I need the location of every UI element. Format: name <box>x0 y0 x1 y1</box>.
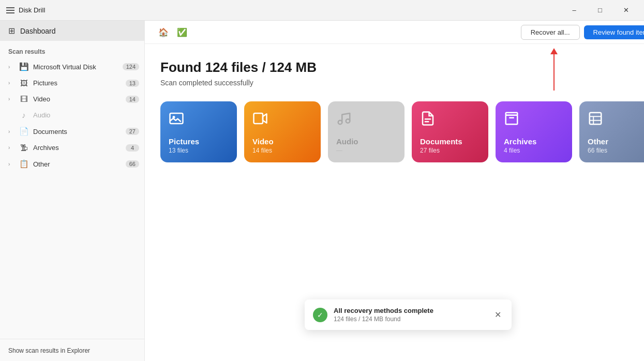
sidebar-label-virtual-disk: Microsoft Virtual Disk <box>33 63 118 71</box>
sidebar-item-documents[interactable]: › 📄 Documents 27 <box>0 123 144 140</box>
toast-close-button[interactable]: ✕ <box>492 310 503 320</box>
sidebar-label-documents: Documents <box>33 128 122 136</box>
chevron-icon: › <box>8 161 14 167</box>
toolbar-left: 🏠 ✅ <box>155 24 187 40</box>
pictures-card-text: Pictures 13 files <box>169 137 199 154</box>
sidebar-item-audio: ♪ Audio <box>0 107 144 123</box>
top-toolbar: 🏠 ✅ Recover all... Review found items <box>145 21 644 44</box>
sidebar-label-pictures: Pictures <box>33 79 122 87</box>
found-subtitle: Scan completed successfully <box>160 79 644 87</box>
pictures-card-count: 13 files <box>169 147 199 154</box>
archives-card-icon <box>504 111 519 130</box>
hamburger-menu-icon[interactable] <box>6 7 14 13</box>
sidebar-item-video[interactable]: › 🎞 Video 14 <box>0 91 144 107</box>
documents-card-text: Documents 27 files <box>420 137 462 154</box>
video-card-count: 14 files <box>252 147 274 154</box>
documents-card-count: 27 files <box>420 147 462 154</box>
check-status-icon: ✅ <box>177 27 187 37</box>
sidebar-footer: Show scan results in Explorer <box>0 339 144 361</box>
toast-container: ✓ All recovery methods complete 124 file… <box>305 299 512 330</box>
sidebar-count-video: 14 <box>126 96 139 103</box>
minimize-button[interactable]: – <box>562 2 586 19</box>
arrow-line <box>553 54 555 91</box>
archives-card-text: Archives 4 files <box>504 137 536 154</box>
chevron-icon: › <box>8 96 14 102</box>
card-archives[interactable]: Archives 4 files <box>496 101 572 162</box>
pictures-card-icon <box>169 111 184 130</box>
other-card-icon <box>588 111 603 130</box>
other-icon: 📋 <box>19 159 29 169</box>
audio-card-text: Audio — <box>336 137 358 154</box>
sidebar-count-other: 66 <box>126 160 139 168</box>
app-title: Disk Drill <box>19 6 45 14</box>
content-area: Found 124 files / 124 MB Scan completed … <box>145 44 644 361</box>
maximize-button[interactable]: □ <box>588 2 612 19</box>
sidebar-item-pictures[interactable]: › 🖼 Pictures 13 <box>0 75 144 91</box>
toast: ✓ All recovery methods complete 124 file… <box>305 299 512 330</box>
pictures-card-name: Pictures <box>169 137 199 146</box>
svg-rect-0 <box>170 113 183 124</box>
sidebar-item-dashboard[interactable]: ⊞ Dashboard <box>0 21 144 41</box>
home-button[interactable]: 🏠 <box>155 24 172 40</box>
archives-card-name: Archives <box>504 137 536 146</box>
toast-success-icon: ✓ <box>313 308 327 322</box>
sidebar-item-virtual-disk[interactable]: › 💾 Microsoft Virtual Disk 124 <box>0 58 144 75</box>
sidebar-label-other: Other <box>33 160 122 168</box>
pictures-icon: 🖼 <box>19 79 29 87</box>
video-card-icon <box>252 111 268 130</box>
card-video[interactable]: Video 14 files <box>244 101 321 162</box>
arrow-head <box>550 48 558 54</box>
dashboard-icon: ⊞ <box>8 26 15 36</box>
svg-rect-8 <box>506 115 518 125</box>
archives-icon: 🗜 <box>19 143 29 152</box>
cards-row: Pictures 13 files Video 14 files <box>160 101 644 162</box>
found-title: Found 124 files / 124 MB <box>160 59 644 76</box>
arrow-indicator <box>550 48 558 91</box>
titlebar-left: Disk Drill <box>6 6 45 14</box>
toast-subtitle: 124 files / 124 MB found <box>334 315 433 323</box>
review-found-items-button[interactable]: Review found items <box>584 25 644 39</box>
sidebar-count-archives: 4 <box>126 144 139 152</box>
main-content: 🏠 ✅ Recover all... Review found items Fo… <box>145 21 644 361</box>
card-pictures[interactable]: Pictures 13 files <box>160 101 237 162</box>
app-body: ⊞ Dashboard Scan results › 💾 Microsoft V… <box>0 21 644 361</box>
other-card-count: 66 files <box>588 147 608 154</box>
other-card-text: Other 66 files <box>588 137 608 154</box>
sidebar-label-audio: Audio <box>33 111 139 119</box>
audio-card-count: — <box>336 147 358 154</box>
svg-point-3 <box>338 121 342 125</box>
show-in-explorer-link[interactable]: Show scan results in Explorer <box>8 347 90 354</box>
svg-point-4 <box>346 119 350 123</box>
card-audio[interactable]: Audio — <box>328 101 405 162</box>
chevron-icon: › <box>8 129 14 134</box>
toast-text: All recovery methods complete 124 files … <box>334 307 433 323</box>
close-button[interactable]: ✕ <box>614 2 638 19</box>
card-documents[interactable]: Documents 27 files <box>412 101 488 162</box>
documents-card-icon <box>420 111 436 130</box>
sidebar-count-pictures: 13 <box>126 80 139 87</box>
card-other[interactable]: Other 66 files <box>579 101 644 162</box>
disk-icon: 💾 <box>19 62 29 71</box>
recover-all-button[interactable]: Recover all... <box>521 25 580 40</box>
documents-icon: 📄 <box>19 127 29 136</box>
sidebar-label-archives: Archives <box>33 144 122 152</box>
dashboard-label: Dashboard <box>20 27 56 35</box>
audio-icon: ♪ <box>19 111 29 119</box>
other-card-name: Other <box>588 137 608 146</box>
titlebar: Disk Drill – □ ✕ <box>0 0 644 21</box>
video-icon: 🎞 <box>19 95 29 103</box>
sidebar-item-other[interactable]: › 📋 Other 66 <box>0 156 144 172</box>
sidebar: ⊞ Dashboard Scan results › 💾 Microsoft V… <box>0 21 145 361</box>
scan-results-section: Scan results <box>0 41 144 58</box>
toolbar-right: Recover all... Review found items <box>521 25 644 40</box>
chevron-icon: › <box>8 64 14 70</box>
sidebar-count-virtual-disk: 124 <box>123 63 139 70</box>
sidebar-count-documents: 27 <box>126 128 139 135</box>
chevron-icon: › <box>8 80 14 86</box>
audio-card-name: Audio <box>336 137 358 146</box>
audio-card-icon <box>336 111 352 130</box>
archives-card-count: 4 files <box>504 147 536 154</box>
sidebar-item-archives[interactable]: › 🗜 Archives 4 <box>0 140 144 156</box>
video-card-name: Video <box>252 137 274 146</box>
video-card-text: Video 14 files <box>252 137 274 154</box>
